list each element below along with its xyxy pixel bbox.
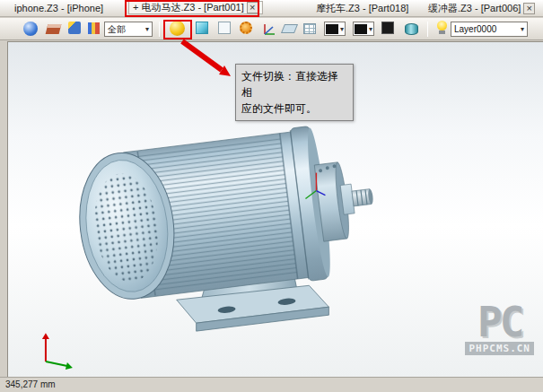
watermark-phpcms: PC PHPCMS.CN xyxy=(465,304,534,355)
datum-plane-icon[interactable] xyxy=(281,24,298,33)
document-tabbar: iphone.Z3 - [iPhone] + 电动马达.Z3 - [Part00… xyxy=(0,0,543,17)
watermark-caption: PHPCMS.CN xyxy=(465,342,534,355)
view-globe-icon[interactable] xyxy=(23,22,38,36)
main-toolbar: 全部 ▾ ▾ ▾ Layer0000 ▾ xyxy=(0,18,543,40)
watermark-logo: PC xyxy=(465,304,534,340)
tab-motorcycle[interactable]: 摩托车.Z3 - [Part018] xyxy=(316,2,408,15)
tab-label: 缓冲器.Z3 - [Part006] xyxy=(428,2,521,15)
tab-label: 摩托车.Z3 - [Part018] xyxy=(316,2,408,15)
bulb-glyph xyxy=(437,21,447,30)
motor-foot-plate xyxy=(177,285,329,331)
layer-dropdown[interactable]: Layer0000 ▾ xyxy=(451,22,528,37)
tab-label: 电动马达.Z3 - [Part001] xyxy=(141,1,243,14)
annotation-callout: 文件切换：直接选择相 应的文件即可。 xyxy=(235,64,354,121)
callout-text-line2: 应的文件即可。 xyxy=(241,100,347,117)
eraser-icon[interactable] xyxy=(46,24,62,34)
black-swatch xyxy=(355,24,367,34)
world-triad-icon xyxy=(42,333,73,370)
chevron-down-icon: ▾ xyxy=(369,25,372,33)
material-cylinder-icon[interactable] xyxy=(405,23,418,35)
file-switch-icon[interactable] xyxy=(170,21,185,36)
background-color-dropdown[interactable]: ▾ xyxy=(324,22,346,36)
tab-buffer[interactable]: 缓冲器.Z3 - [Part006] × xyxy=(428,2,535,15)
wireframe-cube-icon[interactable] xyxy=(218,22,231,34)
toolbar-separator xyxy=(427,22,428,37)
gear-icon[interactable] xyxy=(240,22,252,34)
paint-brush-icon[interactable] xyxy=(68,22,81,34)
filter-all-dropdown[interactable]: 全部 ▾ xyxy=(104,22,153,37)
black-swatch xyxy=(326,24,338,34)
chevron-down-icon: ▾ xyxy=(145,25,149,33)
modified-indicator: + xyxy=(133,1,138,14)
stats-bars-icon[interactable] xyxy=(88,22,100,34)
filter-value: 全部 xyxy=(108,23,126,36)
close-document-button[interactable]: × xyxy=(523,3,535,14)
tab-iphone[interactable]: iphone.Z3 - [iPhone] xyxy=(14,2,103,15)
tab-motor-active[interactable]: + 电动马达.Z3 - [Part001] × xyxy=(128,1,263,14)
callout-text-line1: 文件切换：直接选择相 xyxy=(241,68,347,100)
toolbar-separator xyxy=(159,22,160,37)
chevron-down-icon: ▾ xyxy=(340,25,344,33)
chevron-down-icon: ▾ xyxy=(521,25,524,33)
layer-bulb-icon[interactable] xyxy=(437,21,447,34)
swatch-black-icon[interactable] xyxy=(381,22,394,34)
coordinate-readout: 345,277 mm xyxy=(5,379,56,389)
tab-label: iphone.Z3 - [iPhone] xyxy=(14,2,103,15)
grid-icon[interactable] xyxy=(303,23,316,34)
motor-body xyxy=(71,119,381,308)
csys-axes-icon[interactable] xyxy=(261,22,277,38)
solid-cube-icon[interactable] xyxy=(196,22,208,34)
layer-value: Layer0000 xyxy=(454,24,496,34)
bulb-base-glyph xyxy=(439,30,445,34)
tab-close-button[interactable]: × xyxy=(247,2,258,13)
foreground-color-dropdown[interactable]: ▾ xyxy=(353,22,374,36)
status-bar: 345,277 mm xyxy=(0,377,543,392)
